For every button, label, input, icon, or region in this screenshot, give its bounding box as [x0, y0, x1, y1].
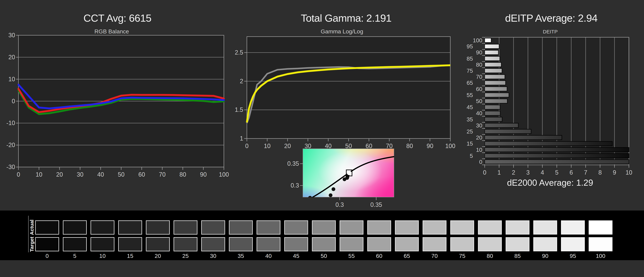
cie-measured-point: [332, 187, 335, 191]
rgb-x-tick-label: 30: [77, 171, 83, 178]
deitp-bar-70: [485, 75, 505, 79]
gamma-y-tick-label: 2: [240, 78, 243, 85]
gamma-x-tick-label: 0: [245, 143, 248, 149]
rgb-x-tick-label: 70: [159, 171, 166, 178]
swatch-level-label: 100: [589, 253, 612, 259]
deitp-average-title: dEITP Average: 2.94: [505, 12, 598, 24]
gamma-y-tick-label: 1.5: [235, 106, 243, 113]
rgb-y-tick-label: 10: [8, 76, 15, 83]
gamma-x-tick-label: 50: [345, 143, 352, 149]
gamma-loglog-subtitle: Gamma Log/Log: [321, 28, 363, 35]
gamma-x-tick-label: 40: [325, 143, 332, 149]
rgb-x-tick-label: 50: [118, 171, 124, 178]
swatch-level-label: 55: [340, 253, 364, 259]
swatch-level-label: 0: [35, 253, 59, 259]
rgb-y-tick-label: 20: [8, 54, 15, 61]
swatch-level-label: 50: [312, 253, 336, 259]
deitp-bar-15: [485, 141, 612, 146]
swatch-actual-50: [312, 220, 336, 234]
rgb-x-tick-label: 10: [36, 171, 42, 178]
swatch-level-label: 40: [256, 253, 280, 259]
deitp-y-label: 50: [476, 98, 482, 104]
swatch-actual-55: [340, 220, 364, 234]
deitp-y-label: 5: [470, 153, 473, 159]
swatch-actual-0: [35, 220, 59, 234]
swatch-target-90: [533, 237, 557, 251]
gamma-x-tick-label: 100: [445, 143, 455, 149]
swatch-actual-20: [146, 220, 170, 234]
swatch-target-45: [284, 237, 308, 251]
deitp-bar-20: [485, 135, 562, 140]
cie-x-tick-label: 0.35: [370, 201, 382, 208]
swatch-target-70: [422, 237, 446, 251]
rgb-y-tick-label: -20: [6, 142, 15, 148]
swatch-level-label: 70: [422, 253, 446, 259]
deitp-bar-45: [485, 105, 500, 109]
cie-measured-point: [308, 196, 312, 200]
rgb-y-tick-label: 0: [12, 98, 15, 105]
swatch-actual-10: [90, 220, 114, 234]
deitp-bar-95: [485, 44, 499, 49]
charts-layer: 3020100-10-20-3001020304050607080901002.…: [0, 0, 644, 277]
deitp-bar-55: [485, 93, 509, 97]
deitp-x-tick-label: 3: [526, 169, 530, 176]
deitp-y-label: 95: [466, 43, 473, 50]
swatch-actual-25: [174, 220, 198, 234]
swatch-level-label: 75: [450, 253, 474, 259]
deitp-y-label: 15: [466, 140, 473, 147]
deitp-bar-30: [485, 123, 518, 128]
swatch-level-label: 10: [90, 253, 114, 259]
swatch-actual-85: [506, 220, 530, 234]
deitp-x-tick-label: 9: [613, 169, 616, 176]
swatch-actual-45: [284, 220, 308, 234]
swatch-level-label: 60: [367, 253, 391, 259]
calibration-report: 3020100-10-20-3001020304050607080901002.…: [0, 0, 644, 277]
swatch-actual-80: [478, 220, 502, 234]
swatch-target-20: [146, 237, 170, 251]
rgb-y-tick-label: -30: [6, 163, 15, 170]
swatch-actual-75: [450, 220, 474, 234]
gamma-x-tick-label: 90: [427, 143, 433, 149]
swatch-level-label: 95: [561, 253, 585, 259]
swatch-target-65: [395, 237, 419, 251]
swatch-actual-95: [561, 220, 585, 234]
swatch-level-label: 90: [533, 253, 557, 259]
swatch-target-60: [367, 237, 391, 251]
deitp-x-tick-label: 5: [555, 169, 558, 176]
gamma-x-tick-label: 80: [406, 143, 413, 149]
deitp-bar-10: [485, 148, 629, 152]
rgb-x-tick-label: 100: [219, 171, 229, 178]
deitp-y-label: 35: [466, 116, 473, 123]
swatch-target-15: [118, 237, 142, 251]
swatch-level-label: 15: [118, 253, 142, 259]
swatch-actual-35: [229, 220, 253, 234]
deitp-x-tick-label: 6: [570, 169, 573, 176]
deitp-y-label: 10: [476, 147, 482, 153]
deitp-y-label: 100: [473, 37, 482, 44]
cie-overlay: [308, 156, 396, 200]
cie-measured-point: [329, 193, 332, 197]
total-gamma-title: Total Gamma: 2.191: [301, 12, 392, 24]
swatch-actual-70: [422, 220, 446, 234]
deitp-bar-100: [485, 38, 491, 43]
swatch-target-40: [256, 237, 280, 251]
swatch-actual-100: [589, 220, 612, 234]
swatch-level-label: 5: [63, 253, 87, 259]
deitp-y-label: 20: [476, 134, 482, 141]
rgb-balance-subtitle: RGB Balance: [94, 28, 129, 35]
deitp-bar-35: [485, 117, 502, 122]
gamma-x-tick-label: 20: [284, 143, 291, 149]
deitp-y-label: 75: [466, 68, 473, 74]
gamma-plot-area: [247, 37, 450, 139]
swatch-target-50: [312, 237, 336, 251]
deitp-y-label: 65: [466, 80, 473, 86]
swatch-target-100: [589, 237, 612, 251]
deitp-bar-40: [485, 111, 500, 115]
deitp-bar-5: [485, 154, 629, 158]
deitp-bar-0: [485, 160, 629, 164]
swatch-actual-65: [395, 220, 419, 234]
swatch-target-95: [561, 237, 585, 251]
swatch-level-label: 85: [506, 253, 530, 259]
deitp-bar-80: [485, 63, 501, 67]
deitp-y-label: 30: [476, 122, 482, 129]
